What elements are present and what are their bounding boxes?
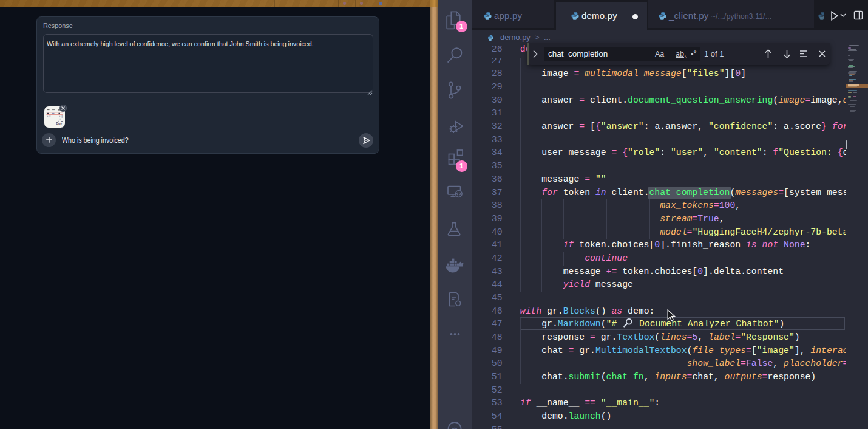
svg-text:Due: Due [56, 122, 63, 125]
